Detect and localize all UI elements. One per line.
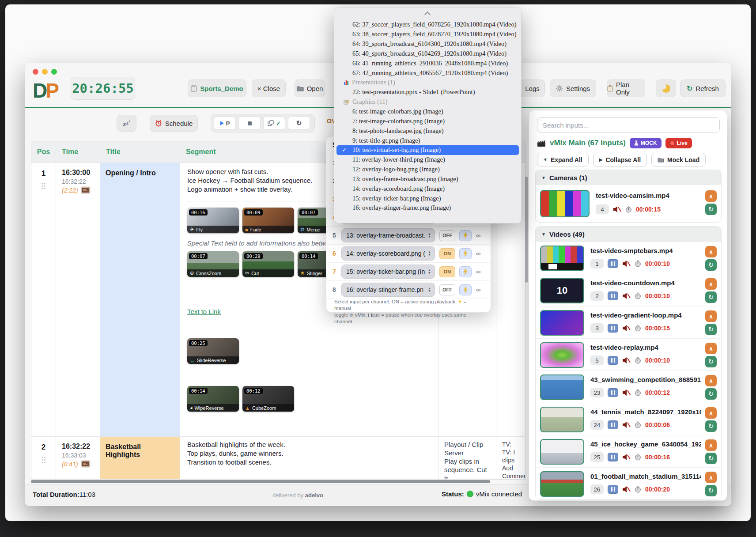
restart-input-button[interactable]: ↻ — [705, 291, 717, 303]
menu-item[interactable]: ✓ 62: 37_soccer_players_field_6078256_19… — [336, 20, 519, 30]
row2-title-cell[interactable]: Basketball Highlights — [100, 437, 180, 480]
menu-item[interactable]: ✓ 9: test-title-gt.png (Image) — [336, 136, 519, 145]
restart-input-button[interactable]: ↻ — [705, 453, 717, 464]
reload-button[interactable]: ↻ — [288, 117, 310, 130]
overlay-state-toggle[interactable]: OFF — [439, 284, 455, 295]
settings-button[interactable]: Settings — [550, 79, 596, 97]
menu-item[interactable]: ✓ 13: overlay-frame-broadcast.png (Image… — [336, 174, 519, 184]
clip-thumbnail[interactable]: 00:29 ✂Cut — [242, 251, 294, 277]
input-item[interactable]: 43_swimming_competition_8685913_... 23 0… — [536, 371, 721, 403]
row1-title-cell[interactable]: Opening / Intro — [100, 163, 180, 437]
overlay-input-select[interactable]: 15: overlay-ticker-bar.png (In ▲▼ — [341, 265, 435, 279]
stop-button[interactable] — [238, 117, 261, 130]
menu-item[interactable]: ✓ 10: test-virtual-set-bg.png (Image) — [336, 145, 519, 155]
clip-thumbnail[interactable]: 00:09 ■Fade — [242, 208, 294, 233]
manual-toggle-button[interactable] — [459, 230, 472, 241]
menu-item[interactable]: ✓ 66: 41_running_athletics_2910036_2048x… — [336, 58, 519, 68]
schedule-button[interactable]: Schedule — [150, 115, 198, 132]
clip-thumbnail[interactable]: 00:14 ◂WipeReverse — [187, 386, 239, 412]
window-controls[interactable] — [33, 69, 57, 75]
clip-thumbnail[interactable]: 00:07 ⊕CrossZoom — [187, 251, 239, 277]
menu-item[interactable]: ✓ 6: test-image-colorbars.jpg (Image) — [336, 107, 519, 117]
clip-thumbnail[interactable]: 00:25 ←SlideReverse — [187, 338, 239, 364]
restart-input-button[interactable]: ↻ — [705, 388, 717, 400]
overlay-state-toggle[interactable]: OFF — [439, 230, 455, 241]
send-to-program-button[interactable]: ∧ — [705, 407, 717, 419]
play-program-button[interactable]: P — [214, 117, 236, 130]
send-to-program-button[interactable]: ∧ — [705, 246, 717, 257]
menu-item[interactable]: ✓ 7: test-image-colorbars.png (Image) — [336, 116, 519, 126]
menu-item[interactable]: ✓ 64: 39_sports_broadcast_6104300_1920x1… — [336, 39, 519, 49]
close-window-button[interactable] — [33, 69, 38, 75]
menu-item[interactable]: ✓ 67: 42_running_athletics_4065567_1920x… — [336, 68, 519, 78]
dark-mode-button[interactable] — [656, 79, 676, 97]
overlay-state-toggle[interactable]: ON — [439, 266, 455, 277]
collapse-all-button[interactable]: ▶Collapse All — [593, 153, 647, 166]
input-item[interactable]: 45_ice_hockey_game_6340054_1920... 25 00… — [536, 435, 721, 467]
overlay-input-select[interactable]: 13: overlay-frame-broadcast. ▲▼ — [341, 228, 435, 242]
segment-link[interactable]: Text to Link — [187, 308, 221, 315]
restart-input-button[interactable]: ↻ — [705, 324, 717, 335]
send-to-program-button[interactable]: ∧ — [705, 343, 717, 354]
restart-input-button[interactable]: ↻ — [705, 356, 717, 367]
input-thumbnail[interactable] — [540, 374, 584, 400]
zoom-window-button[interactable] — [51, 69, 57, 75]
menu-item[interactable]: ✓ 63: 38_soccer_players_field_6078270_19… — [336, 30, 519, 39]
project-button[interactable]: Sports_Demo — [188, 79, 246, 97]
clip-thumbnail[interactable]: 00:16 ✈Fly — [187, 208, 239, 233]
menu-item[interactable]: ✓ Graphics (11) — [336, 97, 519, 107]
menu-item[interactable]: ✓ 12: overlay-logo-bug.png (Image) — [336, 165, 519, 174]
input-item[interactable]: test-video-gradient-loop.mp4 3 00:00:15 … — [536, 306, 721, 338]
input-thumbnail[interactable] — [540, 190, 590, 217]
minimize-window-button[interactable] — [42, 69, 48, 75]
expand-all-button[interactable]: ▼Expand All — [537, 153, 589, 166]
logs-button[interactable]: Logs — [520, 79, 545, 97]
verify-button[interactable]: ✓ — [263, 117, 285, 130]
input-thumbnail[interactable]: 10 — [540, 278, 584, 303]
menu-item[interactable]: ✓ 8: test-photo-landscape.jpg (Image) — [336, 126, 519, 136]
refresh-button[interactable]: ↻ Refresh — [680, 79, 726, 97]
menu-item[interactable]: ✓ 14: overlay-scoreboard.png (Image) — [336, 184, 519, 193]
close-project-button[interactable]: × Close — [252, 79, 286, 97]
input-thumbnail[interactable] — [540, 407, 584, 432]
input-item[interactable]: 10 test-video-countdown.mp4 2 00:00:10 ∧… — [536, 274, 721, 306]
cameras-group-header[interactable]: ▼ Cameras (1) — [536, 170, 721, 185]
restart-input-button[interactable]: ↻ — [705, 259, 717, 271]
drag-handle-icon[interactable] — [41, 182, 46, 189]
menu-scroll-up-icon[interactable] — [424, 11, 431, 18]
send-to-program-button[interactable]: ∧ — [705, 310, 717, 322]
sleep-button[interactable]: zzz — [117, 115, 136, 132]
input-item[interactable]: test-video-camsim.mp4 4 00:00:15 ∧ ↻ — [536, 185, 721, 222]
input-item[interactable]: test-video-smptebars.mp4 1 00:00:10 ∧ ↻ — [536, 242, 721, 274]
search-input[interactable] — [537, 117, 720, 132]
manual-toggle-button[interactable] — [459, 284, 472, 295]
row1-pos-cell[interactable]: 1 — [31, 163, 56, 437]
menu-item[interactable]: ✓ 16: overlay-stinger-frame.png (Image) — [336, 203, 519, 213]
drag-handle-icon[interactable] — [41, 456, 46, 463]
send-to-program-button[interactable]: ∧ — [705, 278, 717, 290]
plan-only-button[interactable]: Plan Only — [607, 79, 645, 97]
row2-pos-cell[interactable]: 2 — [31, 437, 56, 480]
restart-input-button[interactable]: ↻ — [705, 420, 717, 432]
menu-item[interactable]: ✓ Presentations (1) — [336, 78, 519, 87]
send-to-program-button[interactable]: ∧ — [705, 439, 717, 451]
send-to-program-button[interactable]: ∧ — [705, 190, 717, 202]
input-item[interactable]: 01_football_match_stadium_3151148... 26 … — [536, 467, 721, 499]
input-item[interactable]: 44_tennis_match_8224097_1920x108... 24 0… — [536, 403, 721, 435]
clip-thumbnail[interactable]: 00:12 ▲CubeZoom — [242, 386, 294, 412]
overlay-state-toggle[interactable]: ON — [439, 248, 455, 259]
menu-item[interactable]: ✓ 22: test-presentation.pptx - Slide1 (P… — [336, 87, 519, 97]
input-thumbnail[interactable] — [540, 439, 584, 465]
videos-group-header[interactable]: ▼ Videos (49) — [536, 227, 721, 242]
mock-load-button[interactable]: Mock Load — [651, 153, 706, 166]
input-thumbnail[interactable] — [540, 342, 584, 368]
manual-toggle-button[interactable] — [459, 266, 472, 277]
input-item[interactable]: test-video-replay.mp4 5 00:00:10 ∧ ↻ — [536, 338, 721, 371]
restart-input-button[interactable]: ↻ — [705, 485, 717, 496]
input-thumbnail[interactable] — [540, 310, 584, 336]
send-to-program-button[interactable]: ∧ — [705, 375, 717, 386]
vertical-scrollbar[interactable] — [525, 177, 528, 283]
open-button[interactable]: Open — [295, 79, 325, 97]
menu-item[interactable]: ✓ 11: overlay-lower-third.png (Image) — [336, 155, 519, 165]
horizontal-scrollbar[interactable] — [31, 480, 490, 483]
